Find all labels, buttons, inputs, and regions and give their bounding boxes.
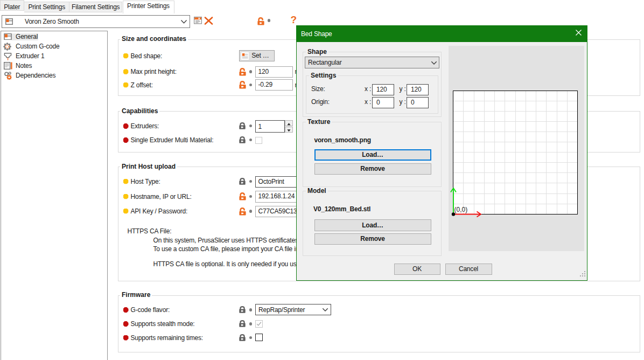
svg-text:(0,0): (0,0)	[454, 206, 468, 213]
